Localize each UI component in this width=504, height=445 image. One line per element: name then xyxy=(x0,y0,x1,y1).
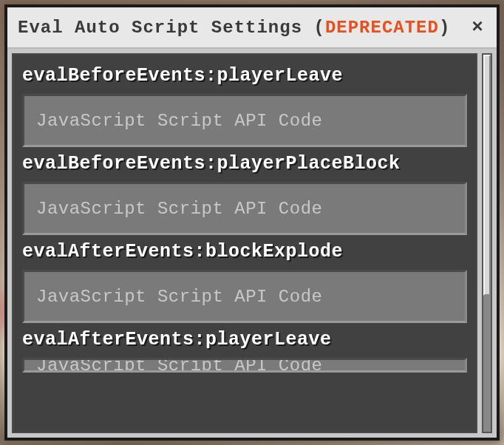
titlebar: Eval Auto Script Settings (DEPRECATED) × xyxy=(7,7,497,49)
window-title: Eval Auto Script Settings (DEPRECATED) xyxy=(18,18,450,38)
field-label: evalBeforeEvents:playerLeave xyxy=(22,65,467,86)
settings-window: Eval Auto Script Settings (DEPRECATED) ×… xyxy=(4,4,500,441)
scrollbar-thumb[interactable] xyxy=(483,55,491,296)
title-deprecated-badge: DEPRECATED xyxy=(325,18,439,38)
field-label: evalBeforeEvents:playerPlaceBlock xyxy=(22,153,467,174)
code-input[interactable] xyxy=(22,94,467,147)
title-suffix: ) xyxy=(439,18,450,38)
field-group: evalBeforeEvents:playerPlaceBlock xyxy=(22,153,467,235)
field-group: evalAfterEvents:blockExplode xyxy=(22,241,467,323)
code-input[interactable] xyxy=(22,270,467,323)
code-input[interactable] xyxy=(22,358,467,373)
field-group: evalAfterEvents:playerLeave xyxy=(22,329,467,373)
field-group: evalBeforeEvents:playerLeave xyxy=(22,65,467,147)
field-label: evalAfterEvents:playerLeave xyxy=(22,329,467,350)
settings-list: evalBeforeEvents:playerLeave evalBeforeE… xyxy=(12,53,477,433)
code-input[interactable] xyxy=(22,182,467,235)
close-icon: × xyxy=(471,16,483,38)
close-button[interactable]: × xyxy=(467,17,488,38)
field-label: evalAfterEvents:blockExplode xyxy=(22,241,467,262)
scrollbar-track[interactable] xyxy=(482,53,492,433)
title-prefix: Eval Auto Script Settings ( xyxy=(18,18,325,38)
content-wrap: evalBeforeEvents:playerLeave evalBeforeE… xyxy=(7,49,497,438)
